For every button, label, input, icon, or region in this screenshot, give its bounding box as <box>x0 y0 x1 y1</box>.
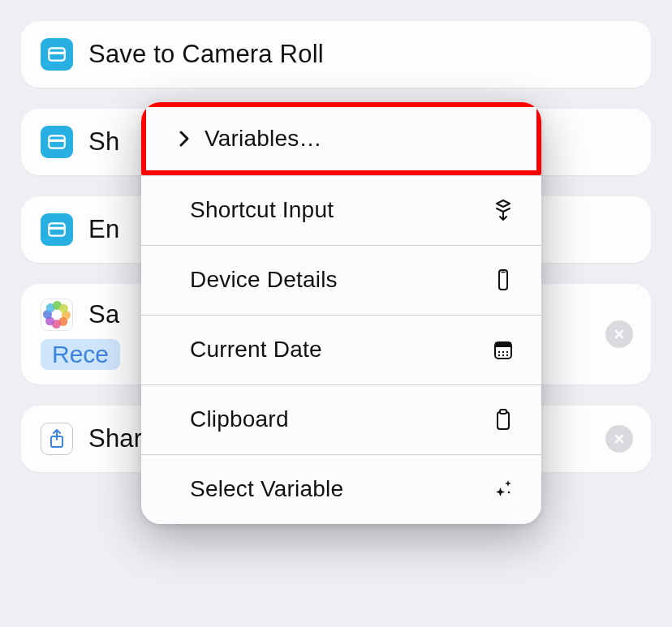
variable-picker-menu: Variables… Shortcut Input Device Details… <box>141 102 541 524</box>
svg-point-16 <box>506 354 508 356</box>
chevron-right-icon <box>174 130 195 148</box>
wallet-icon <box>41 213 73 246</box>
svg-point-12 <box>502 351 504 353</box>
layers-down-icon <box>489 199 517 221</box>
menu-item-label: Device Details <box>190 267 338 293</box>
sparkle-icon <box>489 478 517 500</box>
svg-point-19 <box>508 492 510 494</box>
svg-rect-10 <box>495 342 511 347</box>
svg-point-14 <box>498 354 500 356</box>
close-icon[interactable] <box>605 320 633 348</box>
clipboard-icon <box>489 408 517 431</box>
svg-rect-1 <box>49 52 65 54</box>
svg-rect-3 <box>49 140 65 142</box>
svg-point-15 <box>502 354 504 356</box>
menu-item-shortcut-input[interactable]: Shortcut Input <box>141 175 541 245</box>
album-token[interactable]: Rece <box>41 339 120 370</box>
svg-point-11 <box>498 351 500 353</box>
menu-item-label: Clipboard <box>190 406 289 432</box>
action-title: Save to Camera Roll <box>88 40 324 69</box>
wallet-icon <box>41 126 73 158</box>
wallet-icon <box>41 38 73 71</box>
action-title: En <box>88 215 119 244</box>
calendar-icon <box>489 338 517 361</box>
close-icon[interactable] <box>605 425 633 453</box>
menu-item-clipboard[interactable]: Clipboard <box>141 384 541 454</box>
menu-item-current-date[interactable]: Current Date <box>141 315 541 384</box>
menu-item-label: Select Variable <box>190 476 343 502</box>
share-icon <box>41 423 73 455</box>
svg-rect-5 <box>49 227 65 230</box>
menu-item-label: Variables… <box>205 126 322 152</box>
menu-item-label: Shortcut Input <box>190 197 334 223</box>
menu-item-select-variable[interactable]: Select Variable <box>141 454 541 524</box>
photos-icon <box>41 298 73 331</box>
svg-rect-18 <box>500 410 506 414</box>
action-title: Sh <box>88 127 119 157</box>
svg-rect-7 <box>499 270 507 290</box>
svg-point-13 <box>506 351 508 353</box>
action-card-save-camera-roll[interactable]: Save to Camera Roll <box>21 21 651 88</box>
svg-rect-17 <box>498 412 509 429</box>
menu-item-variables[interactable]: Variables… <box>141 102 541 175</box>
phone-icon <box>489 268 517 291</box>
menu-item-label: Current Date <box>190 337 322 363</box>
action-title: Sa <box>88 300 119 329</box>
menu-item-device-details[interactable]: Device Details <box>141 245 541 315</box>
